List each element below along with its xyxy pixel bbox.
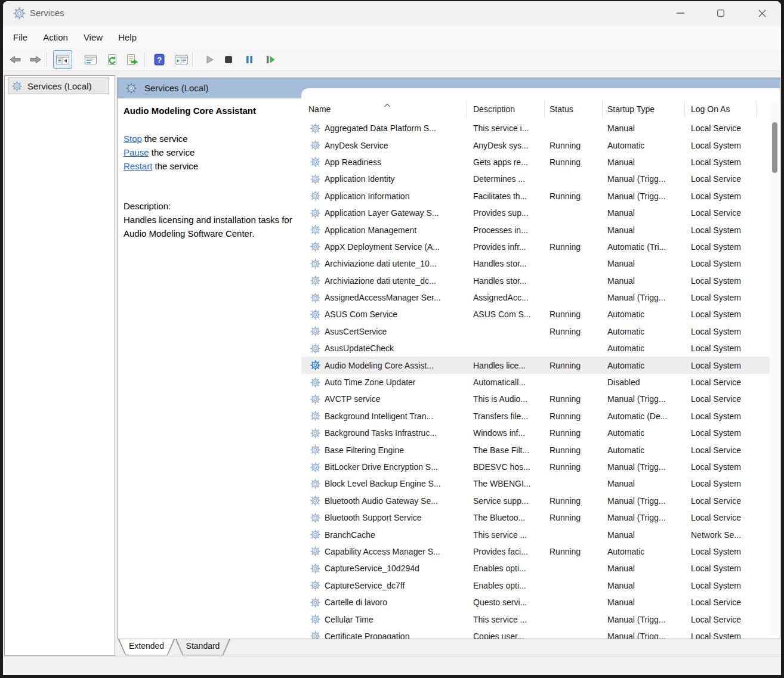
close-button[interactable] [748,1,776,25]
menu-file[interactable]: File [5,29,35,45]
service-row[interactable]: Application InformationFacilitates th...… [301,188,770,205]
menu-view[interactable]: View [76,29,110,45]
service-row[interactable]: Application IdentityDetermines ...Manual… [301,171,770,187]
toolbar-properties-button[interactable] [81,50,100,69]
service-row[interactable]: App ReadinessGets apps re...RunningManua… [301,154,770,171]
tree-item-services-local[interactable]: Services (Local) [8,78,109,94]
service-gear-icon [310,614,320,624]
service-row[interactable]: Archiviazione dati utente_dc...Handles s… [301,273,770,289]
service-startup-type: Manual [603,479,685,488]
minimize-button[interactable] [666,1,694,25]
toolbar-help-button[interactable]: ? [150,50,169,69]
service-row[interactable]: Archiviazione dati utente_10...Handles s… [301,255,770,272]
service-status: Running [545,157,603,167]
tab-standard[interactable]: Standard [175,639,230,655]
service-description: Transfers file... [467,411,545,421]
service-row[interactable]: Bluetooth Audio Gateway Se...Service sup… [301,493,770,509]
service-row[interactable]: BitLocker Drive Encryption S...BDESVC ho… [301,459,770,475]
service-startup-type: Manual [603,123,685,133]
vertical-scrollbar[interactable] [770,101,779,635]
service-row[interactable]: BranchCacheThis service ...ManualNetwork… [301,526,770,543]
service-row[interactable]: Certificate PropagationCopies user...Man… [301,628,770,639]
service-gear-icon [310,479,320,489]
toolbar-show-action-pane-button[interactable] [172,50,191,69]
service-row[interactable]: Auto Time Zone UpdaterAutomaticall...Dis… [301,374,770,391]
service-row[interactable]: Application Layer Gateway S...Provides s… [301,205,770,221]
service-name-cell: Archiviazione dati utente_dc... [301,275,467,286]
service-gear-icon [310,360,320,370]
link-suffix: the service [149,147,195,157]
service-name: Bluetooth Support Service [325,513,422,522]
column-header-description[interactable]: Description [467,88,545,120]
service-row[interactable]: Background Intelligent Tran...Transfers … [301,408,770,425]
service-row[interactable]: AsusCertServiceRunningAutomaticLocal Sys… [301,323,770,340]
service-logon-as: Local System [685,293,757,302]
service-row[interactable]: Block Level Backup Engine S...The WBENGI… [301,475,770,492]
service-row[interactable]: ASUS Com ServiceASUS Com S...RunningAuto… [301,306,770,323]
service-row[interactable]: Base Filtering EngineThe Base Filt...Run… [301,441,770,458]
toolbar-stop-service-button[interactable] [219,50,238,69]
service-row[interactable]: Audio Modeling Core Assist...Handles lic… [301,357,770,373]
service-name-cell: Capability Access Manager S... [301,546,467,556]
maximize-button[interactable] [707,1,734,25]
service-row[interactable]: Capability Access Manager S...Provides f… [301,543,770,560]
service-name-cell: Bluetooth Support Service [301,513,467,523]
service-name-cell: Block Level Backup Engine S... [301,479,467,489]
service-row[interactable]: AppX Deployment Service (A...Provides in… [301,239,770,255]
service-row[interactable]: Aggregated Data Platform S...This servic… [301,120,770,137]
column-header-log-on-as[interactable]: Log On As [685,88,757,120]
service-row[interactable]: Cartelle di lavoroQuesto servi...ManualL… [301,594,770,611]
service-description: Service supp... [467,496,545,506]
service-logon-as: Local System [685,343,757,353]
service-gear-icon [310,462,320,472]
column-header-status[interactable]: Status [545,88,603,120]
service-row[interactable]: Application ManagementProcesses in...Man… [301,221,770,238]
service-name-cell: AsusCertService [301,326,467,336]
service-row[interactable]: Background Tasks Infrastruc...Windows in… [301,425,770,441]
service-row[interactable]: Cellular TimeThis service ...Manual (Tri… [301,611,770,627]
toolbar-export-list-button[interactable] [122,50,141,69]
service-startup-type: Automatic [603,445,685,455]
column-header-label: Description [473,104,515,114]
service-startup-type: Automatic (De... [603,411,685,421]
toolbar-restart-service-button[interactable] [261,50,280,69]
toolbar-refresh-button[interactable] [103,50,122,69]
service-name: AnyDesk Service [325,141,388,150]
column-header-label: Log On As [691,104,730,114]
tab-label: Standard [175,641,230,651]
menu-action[interactable]: Action [35,29,76,45]
help-icon: ? [153,54,165,66]
link-suffix: the service [142,134,188,144]
column-header-startup-type[interactable]: Startup Type [603,88,685,120]
service-row[interactable]: AsusUpdateCheckAutomaticLocal System [301,340,770,357]
service-startup-type: Manual (Trigg... [603,191,685,201]
link-pause-service[interactable]: Pause [124,147,149,157]
menu-help[interactable]: Help [110,29,144,45]
link-stop-service[interactable]: Stop [124,134,142,144]
service-row[interactable]: AVCTP serviceThis is Audio...RunningManu… [301,391,770,407]
service-row[interactable]: Bluetooth Support ServiceThe Bluetoo...R… [301,509,770,526]
service-gear-icon [310,208,320,218]
service-row[interactable]: CaptureService_10d294dEnables opti...Man… [301,560,770,577]
menu-bar: FileActionViewHelp [3,26,781,48]
link-restart-service[interactable]: Restart [124,161,152,171]
toolbar-back-button[interactable] [5,50,24,69]
toolbar-forward-button[interactable] [26,50,45,69]
service-row[interactable]: AssignedAccessManager Ser...AssignedAcc.… [301,289,770,306]
service-row[interactable]: CaptureService_dc7ffEnables opti...Manua… [301,577,770,594]
service-row[interactable]: AnyDesk ServiceAnyDesk sys...RunningAuto… [301,137,770,153]
service-description: Enables opti... [467,564,545,573]
services-list: NameDescriptionStatusStartup TypeLog On … [301,88,780,639]
toolbar-show-console-tree-button[interactable] [53,50,72,69]
toolbar-pause-service-button[interactable] [240,50,259,69]
service-description: This service ... [467,530,545,540]
service-name-cell: ASUS Com Service [301,309,467,320]
column-header-name[interactable]: Name [301,88,467,120]
scrollbar-thumb[interactable] [772,122,777,173]
service-startup-type: Automatic [603,343,685,353]
toolbar-start-service-button[interactable] [200,50,219,69]
service-link-line: Stop the service [124,132,295,145]
service-name: CaptureService_10d294d [325,564,419,573]
column-header-label: Status [550,104,573,114]
tab-extended[interactable]: Extended [118,639,175,655]
